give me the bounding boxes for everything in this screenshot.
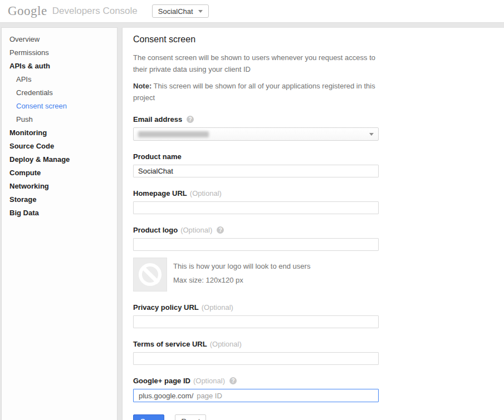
page-title: Consent screen [133,34,504,45]
email-address-label: Email address ? [133,115,504,123]
top-bar: Google Developers Console SocialChat [0,0,504,22]
sidebar-item-permissions[interactable]: Permissions [2,46,117,60]
project-selector-label: SocialChat [158,7,193,16]
note-label: Note: [133,82,151,90]
logo-preview-line1: This is how your logo will look to end u… [173,259,310,273]
sidebar-item-monitoring[interactable]: Monitoring [2,126,117,140]
product-logo-label: Product logo (Optional) ? [133,226,504,234]
email-address-select[interactable] [133,127,379,141]
sidebar-nav: Overview Permissions APIs & auth APIs Cr… [1,27,118,420]
sidebar-item-apis[interactable]: APIs [2,73,117,86]
sidebar-item-apis-auth[interactable]: APIs & auth [2,60,117,73]
google-plus-page-id-input[interactable]: plus.google.com/ page ID [133,389,379,402]
caret-down-icon [198,10,203,13]
privacy-policy-url-label: Privacy policy URL (Optional) [133,303,504,312]
sidebar-item-push[interactable]: Push [2,113,117,126]
logo-preview-box [133,258,167,291]
sidebar-item-credentials[interactable]: Credentials [2,86,117,100]
optional-tag: (Optional) [180,226,212,234]
privacy-policy-url-input[interactable] [133,315,379,328]
logo-preview-info: This is how your logo will look to end u… [173,258,310,291]
homepage-url-label: Homepage URL (Optional) [133,189,504,197]
product-logo-input[interactable] [133,238,379,251]
product-name-header: Developers Console [52,6,138,17]
consent-note: Note: This screen will be shown for all … [133,80,385,103]
sidebar-item-deploy-manage[interactable]: Deploy & Manage [2,153,117,166]
terms-of-service-url-label: Terms of service URL (Optional) [133,340,504,348]
product-name-label: Product name [133,152,504,161]
project-selector-button[interactable]: SocialChat [152,4,209,18]
product-name-input[interactable] [133,165,379,177]
help-icon[interactable]: ? [229,377,237,384]
homepage-url-input[interactable] [133,201,379,214]
google-plus-url-prefix: plus.google.com/ [139,392,193,400]
dropdown-arrow-icon [369,133,374,136]
sidebar-item-networking[interactable]: Networking [2,180,117,193]
logo-preview-row: This is how your logo will look to end u… [133,258,504,291]
optional-tag: (Optional) [210,340,242,348]
sidebar-item-overview[interactable]: Overview [2,33,117,46]
help-icon[interactable]: ? [187,116,194,123]
note-text: This screen will be shown for all of you… [133,82,375,102]
sidebar-item-compute[interactable]: Compute [2,166,117,180]
sidebar-item-storage[interactable]: Storage [2,193,117,206]
form-actions: Save Reset [133,414,504,420]
sidebar-item-consent-screen[interactable]: Consent screen [2,100,117,113]
save-button[interactable]: Save [133,414,164,420]
sidebar-item-big-data[interactable]: Big Data [2,206,117,220]
consent-description: The consent screen will be shown to user… [133,52,385,75]
google-plus-page-id-label: Google+ page ID (Optional) ? [133,377,504,385]
sidebar-item-source-code[interactable]: Source Code [2,140,117,153]
logo-preview-line2: Max size: 120x120 px [173,273,310,287]
google-logo: Google [8,4,47,18]
optional-tag: (Optional) [193,377,225,385]
optional-tag: (Optional) [202,303,233,312]
terms-of-service-url-input[interactable] [133,352,379,365]
google-plus-placeholder: page ID [197,392,222,400]
help-icon[interactable]: ? [217,226,224,234]
optional-tag: (Optional) [190,189,222,197]
header-divider [0,22,504,27]
reset-button[interactable]: Reset [175,414,206,420]
main-content: Consent screen The consent screen will b… [122,27,504,420]
redacted-email-value [138,131,209,137]
